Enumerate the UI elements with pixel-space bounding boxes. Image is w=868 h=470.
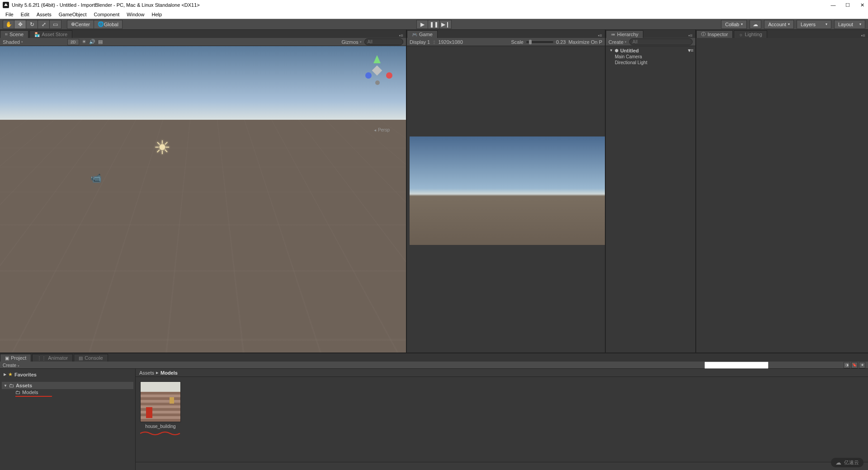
scene-orientation-gizmo[interactable] — [361, 54, 393, 87]
tab-inspector[interactable]: ⓘInspector — [696, 30, 733, 38]
menu-component[interactable]: Component — [90, 11, 123, 18]
hierarchy-item-main-camera[interactable]: Main Camera — [606, 54, 695, 60]
project-tree: ▶★Favorites ▼🗀Assets 🗀Models — [0, 369, 136, 470]
assets-grid[interactable]: house_building — [136, 377, 868, 462]
maximize-button[interactable]: ☐ — [844, 2, 851, 8]
game-tab-menu-icon[interactable]: ▪≡ — [595, 33, 605, 38]
axis-neg-y-icon[interactable] — [375, 80, 380, 85]
pivot-toggle-button[interactable]: ⊕ Center — [67, 20, 94, 29]
hierarchy-item-directional-light[interactable]: Directional Light — [606, 60, 695, 66]
cloud-button[interactable]: ☁ — [750, 20, 761, 29]
menu-assets[interactable]: Assets — [33, 11, 55, 18]
gizmo-center-icon[interactable] — [372, 66, 382, 76]
inspector-tab-menu-icon[interactable]: ▪≡ — [859, 33, 868, 38]
layers-dropdown[interactable]: Layers▾ — [797, 20, 831, 29]
search-save-icon[interactable]: ★ — [859, 362, 865, 368]
camera-gizmo-icon[interactable]: 📹 — [90, 173, 102, 183]
tab-animator[interactable]: ⋮⋮Animator — [32, 354, 73, 362]
hierarchy-tabs: ≔Hierarchy ▪≡ — [606, 30, 695, 38]
scale-value: 0.23 — [556, 39, 566, 45]
rect-tool-button[interactable]: ▭ — [50, 20, 61, 29]
move-tool-button[interactable]: ✥ — [14, 20, 26, 29]
scene-icon: ⌗ — [5, 32, 8, 37]
menu-file[interactable]: File — [2, 11, 17, 18]
axis-y-icon[interactable] — [373, 55, 381, 63]
menu-help[interactable]: Help — [148, 11, 165, 18]
expand-arrow-icon[interactable]: ▼ — [609, 48, 613, 52]
annotation-wave — [140, 431, 181, 434]
scene-viewport[interactable]: ☀ 📹 Persp — [0, 46, 406, 352]
audio-toggle-icon[interactable]: 🔊 — [89, 39, 95, 45]
tab-asset-store[interactable]: 🏪Asset Store — [29, 30, 72, 38]
game-render-view — [410, 136, 605, 245]
tab-scene[interactable]: ⌗Scene — [0, 30, 28, 38]
tab-console[interactable]: ▤Console — [74, 354, 108, 362]
tab-project[interactable]: ▣Project — [0, 354, 31, 362]
assets-header[interactable]: ▼🗀Assets — [2, 382, 133, 389]
watermark-icon: ☁ — [835, 459, 841, 466]
tab-hierarchy[interactable]: ≔Hierarchy — [606, 30, 643, 38]
asset-thumbnail — [140, 381, 181, 422]
play-button[interactable]: ▶ — [416, 20, 428, 29]
step-button[interactable]: ▶❙ — [440, 20, 452, 29]
menu-edit[interactable]: Edit — [17, 11, 33, 18]
gizmos-dropdown[interactable]: Gizmos▾ — [342, 39, 362, 45]
window-titlebar: Unity 5.6.2f1 (64bit) - Untitled - Impor… — [0, 0, 868, 10]
scale-label: Scale — [511, 39, 524, 45]
axis-x-icon[interactable] — [386, 72, 392, 79]
account-dropdown[interactable]: Account▾ — [764, 20, 794, 29]
scale-slider[interactable] — [526, 41, 553, 43]
hierarchy-create-dropdown[interactable]: Create▾ — [609, 39, 627, 45]
project-icon: ▣ — [5, 356, 9, 361]
aspect-dropdown[interactable]: 1920x1080 — [438, 39, 462, 45]
perspective-label[interactable]: Persp — [373, 127, 390, 132]
favorites-header[interactable]: ▶★Favorites — [2, 371, 133, 378]
pivot-icon: ⊕ — [71, 21, 75, 27]
directional-light-gizmo-icon[interactable]: ☀ — [154, 136, 171, 159]
tab-lighting[interactable]: ☼Lighting — [734, 30, 767, 38]
display-dropdown[interactable]: Display 1 — [410, 39, 430, 45]
layout-dropdown[interactable]: Layout▾ — [834, 20, 865, 29]
game-tabs: 🎮Game ▪≡ — [407, 30, 605, 38]
axis-z-icon[interactable] — [365, 72, 372, 79]
hierarchy-list: ▼ ⬢ Untitled ▾≡ Main Camera Directional … — [606, 46, 695, 352]
search-filter-asset-icon[interactable]: ◑ — [844, 362, 850, 368]
main-toolbar: ✋ ✥ ↻ ⤢ ▭ ⊕ Center 🌐 Global ▶ ❚❚ ▶❙ Coll… — [0, 19, 868, 30]
close-button[interactable]: ✕ — [859, 2, 865, 8]
asset-store-icon: 🏪 — [34, 32, 40, 37]
folder-models[interactable]: 🗀Models — [2, 389, 133, 395]
hierarchy-scene-row[interactable]: ▼ ⬢ Untitled ▾≡ — [606, 47, 695, 54]
collab-dropdown[interactable]: Collab▾ — [721, 20, 747, 29]
pause-button[interactable]: ❚❚ — [428, 20, 440, 29]
maximize-on-play-toggle[interactable]: Maximize On P — [568, 39, 602, 45]
fx-toggle-icon[interactable]: ▤ — [98, 39, 103, 45]
scene-context-menu-icon[interactable]: ▾≡ — [688, 47, 693, 53]
breadcrumb: Assets ▸ Models — [136, 369, 868, 377]
rotate-tool-button[interactable]: ↻ — [26, 20, 38, 29]
scene-search-input[interactable] — [364, 38, 403, 45]
hierarchy-tab-menu-icon[interactable]: ▪≡ — [686, 33, 695, 38]
project-create-dropdown[interactable]: Create ▾ — [3, 362, 19, 368]
project-search-input[interactable] — [704, 362, 769, 369]
shading-dropdown[interactable]: Shaded▾ — [3, 39, 23, 45]
minimize-button[interactable]: — — [830, 2, 836, 8]
scene-tab-menu-icon[interactable]: ▪≡ — [396, 33, 406, 38]
scale-tool-button[interactable]: ⤢ — [38, 20, 50, 29]
search-filter-type-icon[interactable]: 🔖 — [851, 362, 858, 368]
annotation-underline — [15, 396, 52, 397]
breadcrumb-separator-icon: ▸ — [156, 370, 159, 376]
tab-game[interactable]: 🎮Game — [407, 30, 438, 38]
handle-rotation-button[interactable]: 🌐 Global — [94, 20, 123, 29]
scene-tabs: ⌗Scene 🏪Asset Store ▪≡ — [0, 30, 406, 38]
lighting-toggle-icon[interactable]: ☀ — [82, 39, 86, 45]
breadcrumb-assets[interactable]: Assets — [139, 370, 154, 376]
hand-tool-button[interactable]: ✋ — [3, 20, 14, 29]
menu-gameobject[interactable]: GameObject — [55, 11, 90, 18]
unity-logo-icon — [3, 2, 9, 8]
2d-toggle[interactable]: 2D — [67, 39, 79, 45]
menu-window[interactable]: Window — [123, 11, 148, 18]
hierarchy-search-input[interactable] — [629, 38, 693, 45]
asset-house-building[interactable]: house_building — [140, 381, 181, 434]
inspector-icon: ⓘ — [701, 31, 706, 38]
breadcrumb-models[interactable]: Models — [160, 370, 178, 376]
